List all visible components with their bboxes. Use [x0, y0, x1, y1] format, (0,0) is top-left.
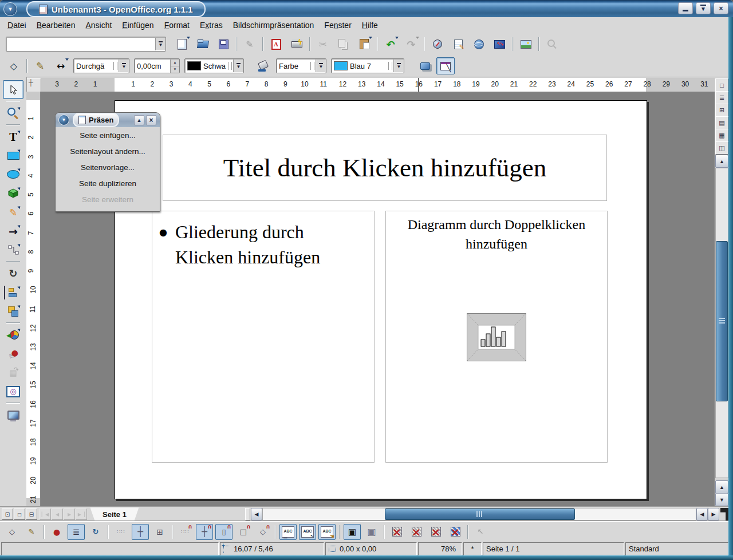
insert-tool-button[interactable]: [3, 325, 23, 344]
menu-item-hilfe[interactable]: Hilfe: [357, 18, 383, 32]
fill-color-dropdown[interactable]: ▼: [393, 60, 404, 72]
url-combobox[interactable]: ▼: [6, 37, 166, 52]
line-color-combo[interactable]: Schwa ▼: [184, 58, 244, 73]
snap-to-points-button[interactable]: [254, 524, 271, 540]
text-placeholder-button[interactable]: [427, 524, 444, 540]
scroll-right-button[interactable]: ▶: [708, 508, 719, 520]
line-dialog-button[interactable]: [31, 57, 49, 74]
line-style-combo[interactable]: Durchgä ▼: [73, 58, 129, 73]
minimize-button[interactable]: [678, 2, 693, 14]
paste-button[interactable]: [355, 36, 373, 53]
palette-item-seite-einfügen[interactable]: Seite einfügen...: [56, 127, 160, 143]
scroll-up-button[interactable]: ▲: [715, 155, 728, 168]
quick-edit-button[interactable]: [279, 524, 297, 540]
slides-view-button[interactable]: [715, 104, 728, 117]
alignment-tool-button[interactable]: [3, 283, 23, 302]
gallery-button[interactable]: [449, 36, 467, 53]
zoom-level-cell[interactable]: 78%: [418, 542, 462, 555]
save-document-button[interactable]: [214, 36, 232, 53]
fill-type-combo[interactable]: Farbe ▼: [276, 58, 326, 73]
glue-points-button[interactable]: [23, 524, 40, 540]
hyperlink-button[interactable]: [470, 36, 488, 53]
close-button[interactable]: ×: [714, 2, 728, 14]
open-document-button[interactable]: [194, 36, 212, 53]
slide-page[interactable]: Titel durch Klicken hinzufügen ● Glieder…: [115, 100, 647, 499]
connector-tool-button[interactable]: [3, 240, 23, 259]
spin-up-button[interactable]: ▲: [171, 60, 179, 66]
palette-rollup-button[interactable]: ▲: [134, 115, 144, 125]
presentation-palette[interactable]: ▼ Präsen ▲ × Seite einfügen...Seitenlayo…: [55, 112, 160, 212]
previous-page-scroll-button[interactable]: ▲: [715, 480, 728, 494]
show-helplines-button[interactable]: [132, 524, 149, 540]
large-handles-button[interactable]: [363, 524, 380, 540]
notes-view-button[interactable]: [715, 116, 728, 129]
curve-tool-button[interactable]: [3, 203, 23, 222]
maximize-button[interactable]: ▼: [696, 2, 711, 14]
print-file-button[interactable]: [287, 36, 306, 53]
scrollbar-splitter[interactable]: [245, 508, 250, 520]
url-input[interactable]: [7, 38, 154, 50]
zoom-button[interactable]: [490, 36, 509, 53]
layer-mode-button[interactable]: [26, 508, 37, 520]
combo-grip[interactable]: [388, 62, 392, 70]
cursor-position-cell[interactable]: 16,07 / 5,46: [220, 542, 324, 555]
snap-to-border-button[interactable]: [235, 524, 252, 540]
palette-item-seitenlayout-ändern[interactable]: Seitenlayout ändern...: [56, 143, 160, 159]
menu-item-extras[interactable]: Extras: [195, 18, 228, 32]
window-menu-button[interactable]: ▼: [3, 2, 17, 16]
scroll-left-button-2[interactable]: ◀: [696, 508, 708, 520]
edit-points-button[interactable]: [5, 57, 23, 74]
horizontal-ruler[interactable]: 3211234567891011121314151617181920212223…: [41, 78, 715, 92]
contour-mode-button[interactable]: [408, 524, 425, 540]
new-document-button[interactable]: [173, 36, 191, 53]
select-text-area-button[interactable]: [299, 524, 316, 540]
titlebar[interactable]: ▼ Unbenannt3 - OpenOffice.org 1.1.1 ▼ ×: [0, 0, 733, 17]
arrow-style-button[interactable]: [52, 57, 70, 74]
vertical-scrollbar[interactable]: [715, 168, 728, 478]
palette-item-seitenvorlage[interactable]: Seitenvorlage...: [56, 159, 160, 175]
export-pdf-button[interactable]: [267, 36, 285, 53]
fill-type-dropdown[interactable]: ▼: [316, 60, 326, 72]
vertical-ruler[interactable]: 123456789101112131415161718192021: [26, 92, 41, 506]
snap-to-margins-button[interactable]: [215, 524, 232, 540]
horizontal-scrollbar[interactable]: [262, 508, 696, 520]
drawing-view-button[interactable]: [715, 78, 728, 92]
ruler-origin-button[interactable]: [26, 78, 41, 93]
diagram-placeholder[interactable]: Diagramm durch Doppelklicken hinzufügen: [385, 211, 608, 463]
object-3d-tool-button[interactable]: [3, 184, 23, 203]
line-width-spinner[interactable]: 0,00cm ▲ ▼: [134, 58, 180, 73]
undo-button[interactable]: [381, 36, 400, 53]
effects-button[interactable]: [48, 524, 65, 540]
double-click-edit-text-button[interactable]: [318, 524, 336, 540]
presentation-tool-button[interactable]: [3, 405, 23, 424]
lines-arrows-tool-button[interactable]: [3, 222, 23, 240]
line-contour-button[interactable]: [447, 524, 464, 540]
handout-view-button[interactable]: [715, 129, 728, 142]
outline-view-button[interactable]: [715, 91, 728, 104]
menu-item-bildschirmpräsentation[interactable]: Bildschirmpräsentation: [228, 18, 320, 32]
combo-grip[interactable]: [228, 62, 232, 70]
allow-effects-button[interactable]: [68, 524, 85, 540]
start-presentation-button[interactable]: [715, 141, 728, 155]
menu-item-datei[interactable]: Datei: [2, 18, 31, 32]
text-tool-button[interactable]: [3, 127, 23, 146]
menu-item-ansicht[interactable]: Ansicht: [80, 18, 117, 32]
outline-placeholder[interactable]: ● Gliederung durch Klicken hinzufügen: [152, 211, 375, 463]
menu-item-einfügen[interactable]: Einfügen: [117, 18, 159, 32]
arrange-tool-button[interactable]: [3, 302, 23, 321]
horizontal-scroll-thumb[interactable]: [385, 508, 575, 520]
ellipse-tool-button[interactable]: [3, 165, 23, 184]
rectangle-tool-button[interactable]: [3, 146, 23, 165]
snap-to-grid-button[interactable]: [176, 524, 194, 540]
fill-color-combo[interactable]: Blau 7 ▼: [331, 58, 404, 73]
shadow-button[interactable]: [416, 57, 434, 74]
spin-down-button[interactable]: ▼: [171, 66, 179, 73]
page-mode-button[interactable]: [2, 508, 13, 520]
simple-handles-button[interactable]: [344, 524, 361, 540]
menu-item-bearbeiten[interactable]: Bearbeiten: [31, 18, 81, 32]
picture-placeholder-button[interactable]: [388, 524, 405, 540]
palette-item-seite-duplizieren[interactable]: Seite duplizieren: [56, 175, 160, 191]
menu-item-format[interactable]: Format: [159, 18, 195, 32]
navigator-button[interactable]: [428, 36, 447, 53]
tab-seite-1[interactable]: Seite 1: [90, 507, 139, 522]
